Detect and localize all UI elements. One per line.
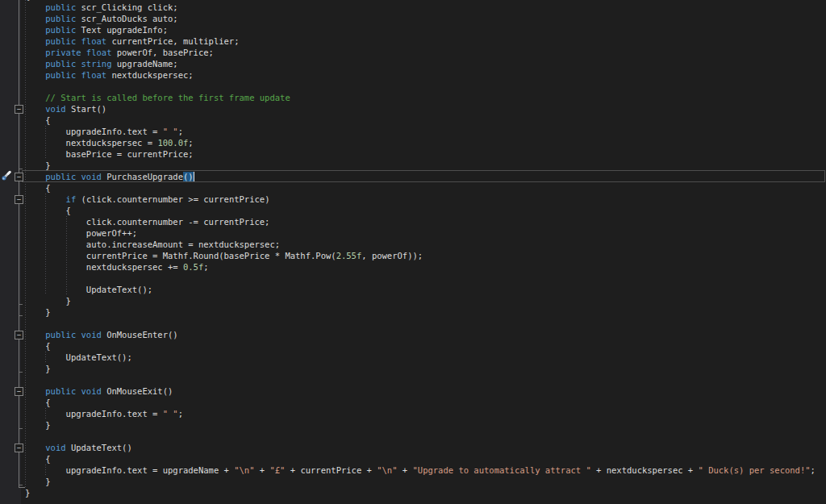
code-token-id: scr_AutoDucks auto; <box>81 14 178 23</box>
edit-pencil-icon <box>1 169 12 181</box>
code-token-id: ; <box>188 138 193 148</box>
code-token-str: "\n" <box>234 465 254 475</box>
code-line[interactable]: UpdateText(); <box>0 352 826 363</box>
code-token-str: " " <box>163 409 178 419</box>
code-token-kw: public string <box>25 59 117 69</box>
code-token-id: UpdateText() <box>71 443 132 452</box>
code-line[interactable]: nextduckspersec += 0.5f; <box>0 261 826 273</box>
code-line[interactable]: upgradeInfo.text = " "; <box>0 126 826 137</box>
code-line[interactable]: public float nextduckspersec; <box>0 69 826 81</box>
code-token-kw: public void <box>25 386 106 396</box>
code-line[interactable]: basePrice = currentPrice; <box>0 148 826 160</box>
code-line[interactable]: { <box>0 115 826 126</box>
code-token-id: upgradeName; <box>117 59 178 69</box>
code-line[interactable]: } <box>0 487 826 498</box>
code-line[interactable]: public void OnMouseExit() <box>0 385 826 397</box>
text-caret <box>194 172 195 181</box>
code-line[interactable]: public void PurchaseUpgrade() <box>0 171 826 182</box>
code-token-id: nextduckspersec += <box>25 262 183 272</box>
code-token-id: } <box>25 477 51 486</box>
code-token-kw: public <box>25 14 81 23</box>
code-token-brace: () <box>183 172 194 181</box>
code-token-id: nextduckspersec; <box>111 70 193 80</box>
code-line[interactable]: if (click.counternumber >= currentPrice) <box>0 194 826 205</box>
code-token-kw: public float <box>25 36 111 46</box>
code-line[interactable]: currentPrice = Mathf.Round(basePrice * M… <box>0 250 826 261</box>
code-area[interactable]: { public scr_Clicking click; public scr_… <box>0 0 826 498</box>
code-token-id: scr_Clicking click; <box>81 2 178 12</box>
code-token-id: , powerOf)); <box>361 251 423 260</box>
code-line[interactable]: public float currentPrice, multiplier; <box>0 35 826 47</box>
code-token-kw: public void <box>25 172 106 181</box>
code-line[interactable]: } <box>0 295 826 306</box>
code-line[interactable]: public scr_Clicking click; <box>0 2 826 13</box>
code-line[interactable]: { <box>0 397 826 408</box>
code-token-id: Text upgradeInfo; <box>81 25 168 35</box>
code-token-kw: private float <box>25 48 117 57</box>
code-line[interactable]: auto.increaseAmount = nextduckspersec; <box>0 239 826 250</box>
code-line[interactable]: } <box>0 160 826 171</box>
code-token-kw: void <box>25 104 71 114</box>
code-token-kw: public float <box>25 70 111 80</box>
code-line[interactable]: } <box>0 476 826 487</box>
code-token-id: { <box>25 183 51 193</box>
code-token-id: currentPrice = Mathf.Round(basePrice * M… <box>25 251 336 260</box>
code-line[interactable]: } <box>0 419 826 431</box>
code-line[interactable] <box>0 318 826 329</box>
code-line[interactable]: void Start() <box>0 103 826 115</box>
code-token-id: click.counternumber -= currentPrice; <box>25 217 269 227</box>
code-line[interactable]: public string upgradeName; <box>0 58 826 69</box>
code-token-id: UpdateText(); <box>25 285 152 294</box>
code-token-id: OnMouseEnter() <box>106 330 178 339</box>
code-token-id: Start() <box>71 104 106 114</box>
code-line[interactable]: private float powerOf, basePrice; <box>0 47 826 58</box>
code-token-id: { <box>25 454 51 464</box>
code-line[interactable]: public Text upgradeInfo; <box>0 24 826 35</box>
code-line[interactable]: upgradeInfo.text = " "; <box>0 408 826 419</box>
code-token-id: + nextduckspersec + <box>591 465 699 475</box>
code-line[interactable]: upgradeInfo.text = upgradeName + "\n" + … <box>0 464 826 476</box>
code-token-id: { <box>25 0 30 1</box>
code-line[interactable] <box>0 431 826 442</box>
code-line[interactable]: // Start is called before the first fram… <box>0 92 826 103</box>
code-line[interactable]: click.counternumber -= currentPrice; <box>0 216 826 227</box>
visual-studio-editor: −−−−−− { public scr_Clicking click; publ… <box>0 0 826 504</box>
code-line[interactable]: } <box>0 306 826 318</box>
code-token-id: upgradeInfo.text = <box>25 409 163 419</box>
code-line[interactable]: { <box>0 453 826 464</box>
code-token-str: "\n" <box>377 465 397 475</box>
code-line[interactable]: { <box>0 205 826 216</box>
code-token-id: OnMouseExit() <box>106 386 173 396</box>
code-token-str: " Duck(s) per second!" <box>699 465 811 475</box>
code-line[interactable]: { <box>0 182 826 194</box>
code-token-id: nextduckspersec = <box>25 138 157 148</box>
code-line[interactable]: public scr_AutoDucks auto; <box>0 13 826 24</box>
code-token-id: } <box>25 488 30 498</box>
code-line[interactable]: public void OnMouseEnter() <box>0 329 826 340</box>
code-token-id: + <box>398 465 413 475</box>
code-token-id: } <box>25 420 51 430</box>
code-line[interactable]: { <box>0 340 826 352</box>
code-line[interactable]: powerOf++; <box>0 227 826 239</box>
code-token-str: " " <box>163 127 178 136</box>
code-line[interactable] <box>0 374 826 385</box>
code-token-id: { <box>25 115 51 125</box>
code-token-id: (click.counternumber >= currentPrice) <box>76 194 269 204</box>
code-line[interactable]: } <box>0 363 826 374</box>
code-token-id: { <box>25 206 71 215</box>
code-token-id: UpdateText(); <box>25 352 132 362</box>
code-line[interactable]: UpdateText(); <box>0 284 826 295</box>
code-line[interactable] <box>0 273 826 284</box>
code-line[interactable]: nextduckspersec = 100.0f; <box>0 137 826 148</box>
code-token-id: PurchaseUpgrade <box>106 172 183 181</box>
code-token-id: powerOf, basePrice; <box>117 48 214 57</box>
code-line[interactable]: void UpdateText() <box>0 442 826 453</box>
code-token-num: 100.0f <box>157 138 188 148</box>
code-line[interactable] <box>0 81 826 92</box>
code-token-kw: void <box>25 443 71 452</box>
code-token-str: "£" <box>269 465 285 475</box>
code-token-id: basePrice = currentPrice; <box>25 149 194 159</box>
code-token-kw: public void <box>25 330 106 339</box>
code-token-id: + <box>254 465 269 475</box>
code-token-id <box>25 194 66 204</box>
